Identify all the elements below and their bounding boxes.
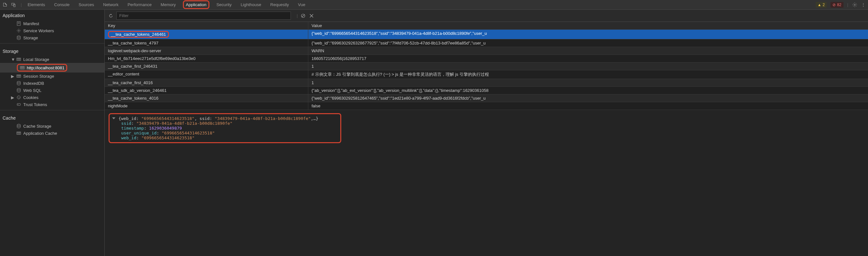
tab-application[interactable]: Application xyxy=(180,2,212,8)
header-key[interactable]: Key xyxy=(105,22,308,29)
more-icon[interactable]: ⋮ xyxy=(861,2,865,7)
table-row[interactable]: nightModefalse xyxy=(105,102,868,110)
cell-key: __editor_content xyxy=(105,70,308,79)
tab-memory[interactable]: Memory xyxy=(156,0,180,9)
json-field: ssid: "34839479-041a-4d8f-b21a-b00d8c189… xyxy=(121,121,337,126)
svg-line-34 xyxy=(302,14,304,17)
sidebar-item-label: Cookies xyxy=(23,95,38,100)
tab-network[interactable]: Network xyxy=(99,0,123,9)
sidebar-item-manifest[interactable]: Manifest xyxy=(0,20,104,27)
grid-icon xyxy=(16,74,21,79)
cookie-icon xyxy=(16,95,21,100)
inspect-icon[interactable] xyxy=(3,2,8,7)
svg-point-2 xyxy=(854,4,856,5)
errors-badge[interactable]: ⊘ 82 xyxy=(831,2,843,8)
cell-value: {"web_id":"6996302925812647465","ssid":"… xyxy=(308,95,868,102)
tab-console[interactable]: Console xyxy=(50,0,74,9)
sidebar-section-title: Application xyxy=(0,10,104,20)
svg-point-21 xyxy=(17,88,20,89)
tab-elements[interactable]: Elements xyxy=(23,0,50,9)
application-sidebar: ApplicationManifestService WorkersStorag… xyxy=(0,10,105,256)
sidebar-item-trust-tokens[interactable]: Trust Tokens xyxy=(0,101,104,108)
cell-key: loglevel:webpack-dev-server xyxy=(105,47,308,54)
table-row[interactable]: __editor_content# 示例文章：JS 引擎到底是怎么执行? (一)… xyxy=(105,70,868,79)
tab-vue[interactable]: Vue xyxy=(293,0,310,9)
sidebar-item-cookies[interactable]: ▶Cookies xyxy=(0,94,104,101)
table-row[interactable]: __tea_cache_tokens_246461{"web_id":"6996… xyxy=(105,30,868,39)
settings-gear-icon[interactable] xyxy=(852,2,857,7)
filter-input[interactable] xyxy=(116,12,291,20)
svg-point-24 xyxy=(19,97,20,98)
cell-value: {"ab_version":[],"ab_ext_version":[],"ab… xyxy=(308,87,868,94)
storage-toolbar: | xyxy=(105,10,868,22)
svg-point-22 xyxy=(17,96,20,99)
sidebar-item-indexeddb[interactable]: IndexedDB xyxy=(0,80,104,87)
sidebar-item-web-sql[interactable]: Web SQL xyxy=(0,87,104,94)
table-row[interactable]: Hm_lvt_6b714eec271e5df2f6e69ed0a13be3e01… xyxy=(105,55,868,63)
sidebar-item-storage[interactable]: Storage xyxy=(0,34,104,41)
cell-value: 1 xyxy=(308,63,868,70)
grid-icon xyxy=(16,57,21,62)
sidebar-item-label: Cache Storage xyxy=(23,124,51,129)
storage-table: Key Value __tea_cache_tokens_246461{"web… xyxy=(105,22,868,110)
tab-lighthouse[interactable]: Lighthouse xyxy=(236,0,266,9)
tab-sources[interactable]: Sources xyxy=(74,0,99,9)
sidebar-item-label: Application Cache xyxy=(23,131,57,136)
cell-key: __tea_cache_tokens_4016 xyxy=(105,95,308,102)
value-preview-highlight: {web_id: "6996656544314623518", ssid: "3… xyxy=(108,113,341,143)
database-icon xyxy=(16,81,21,86)
clear-all-icon[interactable] xyxy=(300,13,306,19)
table-row[interactable]: loglevel:webpack-dev-serverWARN xyxy=(105,47,868,55)
svg-point-20 xyxy=(17,81,20,82)
json-field: web_id: "6996656544314623518" xyxy=(121,136,337,140)
device-toggle-icon[interactable] xyxy=(11,2,16,7)
svg-point-25 xyxy=(19,98,19,98)
expand-chevron-icon[interactable] xyxy=(112,117,115,119)
table-row[interactable]: __tea_cache_tokens_4797{"web_id":"699630… xyxy=(105,39,868,47)
sidebar-item-service-workers[interactable]: Service Workers xyxy=(0,27,104,34)
cell-value: {"web_id":"6996302926328677925","ssid":"… xyxy=(308,39,868,47)
errors-count: 82 xyxy=(837,3,841,7)
warnings-badge[interactable]: ▲ 2 xyxy=(816,2,827,8)
warnings-count: 2 xyxy=(823,3,825,7)
sidebar-item-label: Storage xyxy=(23,35,38,40)
json-field: timestamp: 1629036049879 xyxy=(121,126,337,131)
error-icon: ⊘ xyxy=(833,3,836,7)
database-icon xyxy=(16,88,21,93)
svg-rect-29 xyxy=(17,132,21,135)
delete-selected-icon[interactable] xyxy=(309,13,314,19)
manifest-icon xyxy=(16,21,21,26)
cell-key: __tea_cache_first_246431 xyxy=(105,63,308,70)
sidebar-item-label: Manifest xyxy=(23,21,39,26)
cell-key: __tea_cache_tokens_4797 xyxy=(105,39,308,47)
tab-requestly[interactable]: Requestly xyxy=(266,0,293,9)
sidebar-item-cache-storage[interactable]: Cache Storage xyxy=(0,122,104,130)
grid-icon xyxy=(16,131,21,136)
chevron-icon: ▶ xyxy=(11,74,14,79)
tab-performance[interactable]: Performance xyxy=(123,0,156,9)
cell-value: {"web_id":"6996656544314623518","ssid":"… xyxy=(308,30,868,39)
sidebar-item-label: Service Workers xyxy=(23,28,54,33)
header-value[interactable]: Value xyxy=(308,22,868,29)
svg-rect-8 xyxy=(17,58,21,61)
database-icon xyxy=(16,35,21,40)
sidebar-item-origin[interactable]: http://localhost:8081 xyxy=(0,63,104,73)
svg-rect-26 xyxy=(17,104,20,105)
sidebar-item-local-storage[interactable]: ▼Local Storage xyxy=(0,56,104,63)
cell-value: 1 xyxy=(308,79,868,86)
sidebar-item-label: IndexedDB xyxy=(23,81,44,86)
sidebar-item-session-storage[interactable]: ▶Session Storage xyxy=(0,73,104,80)
table-row[interactable]: __tea_cache_tokens_4016{"web_id":"699630… xyxy=(105,95,868,102)
table-row[interactable]: __tea_cache_first_2464311 xyxy=(105,63,868,70)
warning-icon: ▲ xyxy=(817,3,822,7)
refresh-icon[interactable] xyxy=(108,13,114,19)
tab-security[interactable]: Security xyxy=(212,0,236,9)
sidebar-item-label: Trust Tokens xyxy=(23,102,47,107)
cell-value: # 示例文章：JS 引擎到底是怎么执行? (一) > js 是一种非常灵活的语言… xyxy=(308,70,868,79)
table-row[interactable]: __tea_cache_first_40161 xyxy=(105,79,868,87)
svg-point-27 xyxy=(18,104,19,105)
sidebar-item-application-cache[interactable]: Application Cache xyxy=(0,130,104,137)
cell-key: __tea_sdk_ab_version_246461 xyxy=(105,87,308,94)
table-row[interactable]: __tea_sdk_ab_version_246461{"ab_version"… xyxy=(105,87,868,95)
svg-point-6 xyxy=(18,30,20,31)
